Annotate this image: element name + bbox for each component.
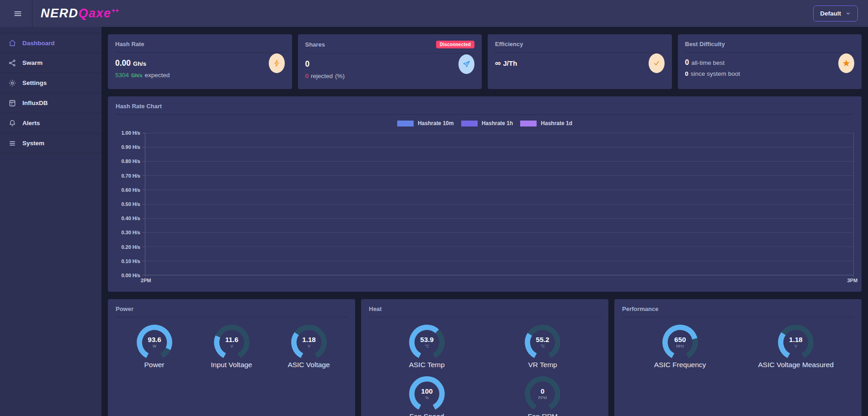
legend-swatch <box>520 121 537 126</box>
legend-label: Hashrate 10m <box>418 120 454 126</box>
chart-legend: Hashrate 10mHashrate 1hHashrate 1d <box>116 120 854 126</box>
top-bar: NERDQaxe++ Default <box>0 0 868 27</box>
gridline <box>145 204 853 205</box>
stat-text: 5304 <box>115 72 129 79</box>
x-axis-tick <box>853 275 853 277</box>
gauge-card-title: Heat <box>369 305 601 317</box>
x-axis-tick-label: 2PM <box>141 278 151 283</box>
stat-card-body: 0all-time best0since system boot <box>685 53 855 77</box>
stat-line: 0 <box>305 59 451 69</box>
y-axis-tick-label: 0.50 H/s <box>121 201 140 207</box>
stat-text: Gh/s <box>133 60 146 67</box>
legend-item-hashrate-1h[interactable]: Hashrate 1h <box>461 120 513 126</box>
list-icon <box>8 139 16 147</box>
legend-swatch <box>397 121 414 126</box>
y-axis-tick-label: 0.90 H/s <box>121 144 140 150</box>
stat-text: rejected <box>311 73 333 79</box>
legend-item-hashrate-1d[interactable]: Hashrate 1d <box>520 120 572 126</box>
stat-card-efficiency: Efficiency∞J/Th <box>488 34 672 89</box>
stat-card-header: SharesDisconnected <box>305 40 475 53</box>
stat-text: 0 <box>685 58 689 67</box>
legend-label: Hashrate 1d <box>541 120 572 126</box>
gauge-vr-temp: 55.2°CVR Temp <box>485 323 601 369</box>
stat-text: (%) <box>335 73 345 79</box>
gauge-value: 100 <box>421 387 432 395</box>
legend-item-hashrate-10m[interactable]: Hashrate 10m <box>397 120 454 126</box>
stats-row: Hash Rate0.00Gh/s5304Gh/sexpectedSharesD… <box>108 34 862 89</box>
stat-line: ∞J/Th <box>495 58 641 68</box>
sidebar-item-system[interactable]: System <box>0 133 101 153</box>
gauge-grid: 93.6WPower11.6VInput Voltage1.18VASIC Vo… <box>116 323 347 369</box>
sidebar-item-swarm[interactable]: Swarm <box>0 53 101 73</box>
gauge-grid: 650MHzASIC Frequency1.18VASIC Voltage Me… <box>622 323 854 369</box>
send-icon <box>458 54 474 74</box>
sidebar-item-dashboard[interactable]: Dashboard <box>0 33 101 53</box>
stat-text: since system boot <box>691 70 740 77</box>
gauge-fan-speed: 100%Fan Speed <box>369 374 485 416</box>
gauge-asic-frequency: 650MHzASIC Frequency <box>622 323 738 369</box>
y-axis-tick <box>143 133 145 133</box>
stat-card-header: Efficiency <box>495 40 665 53</box>
gauge-dial: 0RPM <box>522 374 563 412</box>
gauge-label: ASIC Frequency <box>654 361 706 369</box>
logo-superscript: ++ <box>112 7 119 14</box>
stat-card-body: 0.00Gh/s5304Gh/sexpected <box>115 53 285 79</box>
lightning-icon <box>269 53 285 73</box>
stat-text: Gh/s <box>131 73 142 78</box>
stat-line: 0rejected(%) <box>305 73 451 79</box>
stat-text: ∞ <box>495 58 501 68</box>
y-axis-tick-label: 0.00 H/s <box>121 273 140 278</box>
chart-y-axis-labels: 1.00 H/s0.90 H/s0.80 H/s0.70 H/s0.60 H/s… <box>116 133 145 275</box>
gauge-label: ASIC Temp <box>409 361 445 369</box>
sidebar-item-influxdb[interactable]: InfluxDB <box>0 93 101 113</box>
stat-text: J/Th <box>503 59 517 67</box>
gridline <box>145 147 853 147</box>
y-axis-tick <box>143 232 145 233</box>
y-axis-tick <box>143 204 145 205</box>
stat-text: expected <box>145 72 170 79</box>
stat-card-shares: SharesDisconnected00rejected(%) <box>298 34 482 89</box>
hamburger-icon[interactable] <box>10 6 26 21</box>
gridline <box>145 161 853 162</box>
legend-swatch <box>461 121 478 126</box>
gauge-dial: 53.9°C <box>406 323 447 360</box>
sidebar-item-label: System <box>22 140 44 147</box>
gauge-unit: °C <box>425 344 429 348</box>
y-axis-tick-label: 0.10 H/s <box>121 258 140 264</box>
gauge-card-title: Performance <box>622 305 854 317</box>
performance-card: Performance650MHzASIC Frequency1.18VASIC… <box>614 299 862 416</box>
logo-part-1: NERD <box>41 6 79 20</box>
chevron-down-icon <box>845 11 851 16</box>
hash-rate-chart-card: Hash Rate Chart Hashrate 10mHashrate 1hH… <box>108 96 862 292</box>
power-card: Power93.6WPower11.6VInput Voltage1.18VAS… <box>108 299 355 416</box>
y-axis-tick <box>143 190 145 190</box>
profile-selector-button[interactable]: Default <box>813 5 858 21</box>
gauge-value: 1.18 <box>789 336 803 343</box>
y-axis-tick <box>143 147 145 147</box>
y-axis-tick-label: 0.20 H/s <box>121 244 140 250</box>
gauge-unit: °C <box>541 344 545 348</box>
y-axis-tick <box>143 161 145 162</box>
gauge-dial: 1.18V <box>775 323 816 360</box>
gauge-unit: V <box>230 344 233 348</box>
bell-icon <box>8 119 16 127</box>
app-logo: NERDQaxe++ <box>41 6 119 21</box>
sidebar: DashboardSwarmSettingsInfluxDBAlertsSyst… <box>0 27 101 416</box>
gridline <box>145 232 853 233</box>
gauge-label: ASIC Voltage Measured <box>758 361 834 369</box>
stat-card-header: Hash Rate <box>115 40 285 53</box>
gauge-dial: 55.2°C <box>522 323 563 360</box>
stat-card-title: Hash Rate <box>115 41 144 47</box>
gridline <box>145 175 853 176</box>
y-axis-tick <box>143 218 145 219</box>
profile-selector-label: Default <box>820 10 841 17</box>
sidebar-item-label: Settings <box>22 79 47 86</box>
sidebar-item-settings[interactable]: Settings <box>0 73 101 93</box>
stat-text: 0 <box>685 70 689 77</box>
gauge-label: ASIC Voltage <box>288 361 330 369</box>
gauge-asic-voltage: 1.18VASIC Voltage <box>270 323 347 369</box>
gauge-value: 53.9 <box>420 336 433 343</box>
sidebar-nav: DashboardSwarmSettingsInfluxDBAlertsSyst… <box>0 33 101 153</box>
sidebar-item-alerts[interactable]: Alerts <box>0 113 101 133</box>
gauge-dial: 1.18V <box>288 323 330 360</box>
